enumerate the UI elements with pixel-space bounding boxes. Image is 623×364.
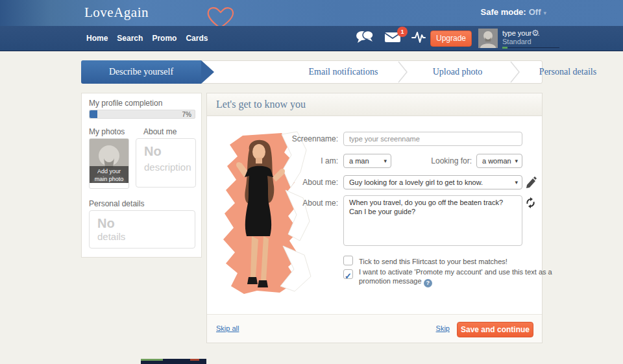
loveagain-logo[interactable]: LoveAgain: [84, 5, 149, 21]
cutoff-banner-fragment: [141, 359, 206, 364]
personal-details-empty-card: No details: [89, 210, 195, 249]
loveagain-profile-wizard-page: LoveAgain Safe mode:Off▾ Home Search Pro…: [0, 0, 623, 364]
nav-icon-group: 1: [356, 26, 426, 51]
about-me-empty-card: No description: [136, 138, 196, 188]
promo-woman-photo: [218, 130, 312, 296]
profile-progress-fill: [502, 47, 507, 49]
active-tab-arrow: [201, 60, 214, 84]
tab-upload-photo[interactable]: Upload photo: [404, 61, 511, 83]
safe-mode-label: Safe mode:: [481, 7, 526, 17]
about-me-textarea[interactable]: When you travel, do you go off the beate…: [343, 195, 522, 246]
mail-icon[interactable]: 1: [384, 32, 401, 45]
nav-item-home[interactable]: Home: [86, 34, 108, 43]
chat-icon[interactable]: [356, 30, 374, 47]
safe-mode-toggle[interactable]: Safe mode:Off▾: [481, 7, 546, 17]
iam-select[interactable]: a man ▾: [343, 154, 391, 168]
skip-all-link[interactable]: Skip all: [216, 324, 239, 332]
profile-progress-track: [507, 47, 559, 48]
flirtcast-checkbox-label: Tick to send this Flirtcast to your best…: [359, 257, 554, 266]
tab-describe-yourself[interactable]: Describe yourself: [81, 60, 201, 84]
add-photo-overlay: Add yourmain photo: [90, 166, 128, 183]
save-and-continue-button[interactable]: Save and continue: [457, 322, 533, 337]
safe-mode-value: Off: [529, 7, 541, 17]
activity-pulse-icon[interactable]: [411, 30, 426, 47]
profile-chip[interactable]: type your ... ⚙ Standard: [478, 29, 559, 49]
chevron-down-icon: ▾: [543, 10, 546, 16]
iam-select-value: a man: [349, 157, 369, 165]
profile-completion-fill: [90, 110, 97, 118]
looking-for-select[interactable]: a woman ▾: [476, 154, 522, 168]
about-me-select-label: About me:: [280, 178, 338, 187]
profile-summary-sidebar: My profile completion 7% My photos About…: [81, 93, 202, 258]
mail-badge: 1: [397, 27, 408, 37]
promote-account-label-text: I want to activate 'Promote my account' …: [359, 268, 552, 285]
edit-pencil-icon[interactable]: [525, 176, 537, 191]
banner-fragment-green: [141, 359, 163, 361]
promote-account-checkbox-label: I want to activate 'Promote my account' …: [359, 267, 559, 287]
avatar[interactable]: [478, 29, 498, 48]
about-me-text-label: About me:: [280, 199, 338, 208]
screenname-input[interactable]: [343, 132, 522, 146]
no-description-word2: description: [144, 162, 195, 173]
promote-account-checkbox[interactable]: ✓: [343, 269, 353, 279]
dropdown-arrow-icon: ▾: [384, 154, 387, 167]
nav-item-cards[interactable]: Cards: [186, 34, 208, 43]
dropdown-arrow-icon: ▾: [515, 154, 518, 167]
panel-header: Let's get to know you: [207, 93, 542, 116]
about-me-title: About me: [143, 127, 177, 136]
skip-link[interactable]: Skip: [436, 324, 450, 332]
looking-for-select-value: a woman: [482, 157, 511, 165]
nav-item-promo[interactable]: Promo: [152, 34, 177, 43]
refresh-icon[interactable]: [525, 197, 536, 211]
gear-icon[interactable]: ⚙: [531, 28, 539, 38]
top-bar: LoveAgain Safe mode:Off▾: [0, 0, 623, 26]
wizard-steps: Describe yourself Email notifications Up…: [81, 60, 543, 84]
checkmark-icon: ✓: [345, 271, 352, 281]
dropdown-arrow-icon: ▾: [515, 176, 518, 189]
add-photo-line2: main photo: [95, 176, 124, 182]
panel-title: Let's get to know you: [216, 93, 306, 115]
profile-completion-title: My profile completion: [89, 99, 162, 108]
screenname-label: Screenname:: [280, 134, 338, 143]
flirtcast-checkbox[interactable]: [343, 256, 353, 265]
personal-details-title: Personal details: [89, 199, 144, 208]
no-details-word1: No: [97, 216, 195, 231]
iam-label: I am:: [280, 156, 338, 165]
no-details-word2: details: [97, 231, 195, 242]
tab-personal-details[interactable]: Personal details: [511, 61, 623, 83]
add-main-photo-button[interactable]: Add yourmain photo: [89, 138, 129, 189]
tab-email-notifications[interactable]: Email notifications: [283, 61, 404, 83]
about-me-select[interactable]: Guy looking for a lovely girl to get to …: [343, 175, 522, 189]
looking-for-label: Looking for:: [415, 156, 472, 165]
main-nav-bar: Home Search Promo Cards 1: [0, 26, 623, 51]
get-to-know-you-panel: Let's get to know you Screenname: I am:: [206, 93, 543, 343]
profile-completion-bar: 7%: [89, 110, 195, 119]
profile-completion-percent: 7%: [182, 111, 191, 118]
about-me-select-value: Guy looking for a lovely girl to get to …: [349, 178, 483, 186]
upgrade-button[interactable]: Upgrade: [430, 30, 472, 47]
add-photo-line1: Add your: [97, 168, 121, 175]
panel-footer: Skip all Skip Save and continue: [207, 314, 542, 343]
logo-text: LoveAgain: [84, 5, 149, 20]
my-photos-title: My photos: [89, 127, 125, 136]
help-icon[interactable]: ?: [424, 279, 432, 287]
no-description-word1: No: [144, 144, 195, 159]
profile-plan-badge: Standard: [502, 38, 531, 45]
nav-menu: Home Search Promo Cards: [86, 26, 208, 51]
nav-item-search[interactable]: Search: [117, 34, 143, 43]
banner-fragment-red: [190, 359, 199, 361]
